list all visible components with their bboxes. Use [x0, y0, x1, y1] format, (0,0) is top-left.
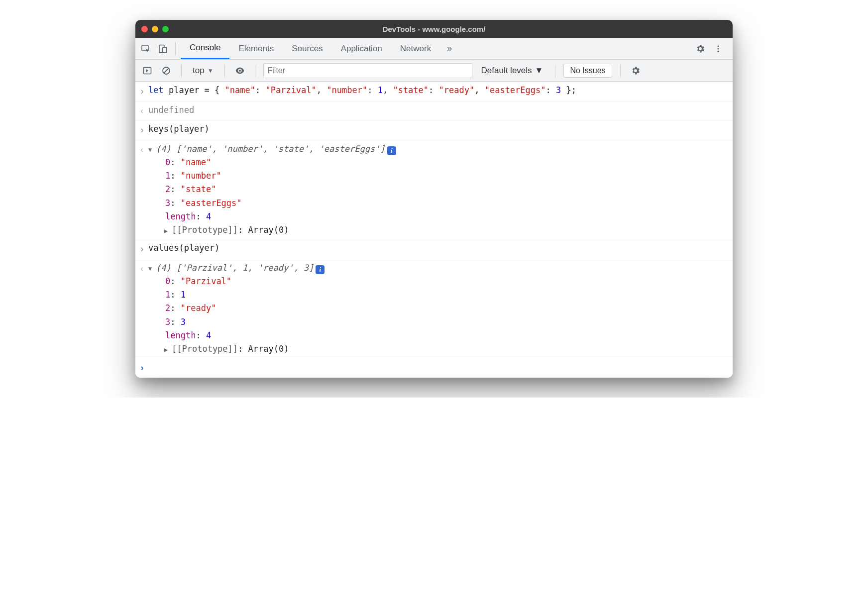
prototype-row[interactable]: ▶[[Prototype]]: Array(0): [148, 223, 728, 237]
output-value: undefined: [148, 103, 728, 117]
console-output-row: ▼(4) ['Parzival', 1, 'ready', 3]i0: "Par…: [135, 259, 733, 358]
code-line[interactable]: values(player): [148, 241, 728, 255]
prompt-marker-icon: [139, 360, 148, 376]
context-label: top: [193, 66, 205, 76]
tab-application[interactable]: Application: [332, 38, 391, 59]
window-title: DevTools - www.google.com/: [135, 25, 733, 33]
console-settings-icon[interactable]: [629, 64, 643, 78]
code-line[interactable]: keys(player): [148, 122, 728, 136]
separator: [620, 64, 621, 77]
output-marker-icon: [139, 261, 148, 276]
console-input-row: let player = { "name": "Parzival", "numb…: [135, 82, 733, 102]
svg-point-6: [718, 50, 719, 52]
array-length: length: 4: [165, 329, 728, 342]
array-item[interactable]: 3: 3: [165, 315, 728, 329]
context-selector[interactable]: top ▼: [190, 65, 217, 77]
console-input-row: keys(player): [135, 120, 733, 140]
array-output: ▼(4) ['Parzival', 1, 'ready', 3]i0: "Par…: [148, 261, 728, 356]
input-marker-icon: [139, 84, 148, 99]
array-output: ▼(4) ['name', 'number', 'state', 'easter…: [148, 142, 728, 237]
settings-icon[interactable]: [693, 41, 708, 56]
prototype-row[interactable]: ▶[[Prototype]]: Array(0): [148, 342, 728, 356]
more-tabs-button[interactable]: »: [442, 43, 457, 54]
separator: [255, 64, 255, 77]
titlebar: DevTools - www.google.com/: [135, 20, 733, 38]
tab-console[interactable]: Console: [181, 38, 229, 59]
tab-sources[interactable]: Sources: [283, 38, 331, 59]
log-levels-selector[interactable]: Default levels ▼: [477, 66, 547, 76]
zoom-button[interactable]: [162, 26, 169, 32]
close-button[interactable]: [141, 26, 148, 32]
disclosure-triangle-icon[interactable]: ▼: [148, 145, 156, 155]
device-toolbar-icon[interactable]: [155, 41, 170, 56]
console-output-row: ▼(4) ['name', 'number', 'state', 'easter…: [135, 140, 733, 239]
input-marker-icon: [139, 241, 148, 257]
info-badge-icon[interactable]: i: [316, 265, 325, 274]
array-item[interactable]: 1: "number": [165, 169, 728, 183]
svg-rect-2: [163, 47, 167, 53]
separator: [224, 64, 225, 77]
info-badge-icon[interactable]: i: [387, 146, 396, 155]
sidebar-toggle-icon[interactable]: [140, 64, 154, 78]
issues-button[interactable]: No Issues: [563, 64, 612, 78]
array-item[interactable]: 1: 1: [165, 288, 728, 302]
console-toolbar: top ▼ Default levels ▼ No Issues: [135, 60, 733, 82]
console-output: let player = { "name": "Parzival", "numb…: [135, 82, 733, 378]
separator: [555, 64, 555, 77]
filter-input[interactable]: [263, 63, 472, 78]
input-marker-icon: [139, 122, 148, 138]
disclosure-triangle-icon[interactable]: ▼: [148, 264, 156, 274]
tab-elements[interactable]: Elements: [229, 38, 283, 59]
console-output-row: undefined: [135, 102, 733, 120]
disclosure-triangle-icon[interactable]: ▶: [164, 226, 172, 236]
array-length: length: 4: [165, 210, 728, 223]
live-expression-icon[interactable]: [233, 64, 247, 78]
array-item[interactable]: 3: "easterEggs": [165, 197, 728, 210]
console-prompt[interactable]: [135, 358, 733, 378]
array-item[interactable]: 0: "name": [165, 156, 728, 169]
array-item[interactable]: 0: "Parzival": [165, 275, 728, 288]
devtools-window: DevTools - www.google.com/ ConsoleElemen…: [135, 20, 733, 378]
clear-console-icon[interactable]: [159, 64, 173, 78]
levels-label: Default levels: [481, 66, 532, 76]
tab-network[interactable]: Network: [391, 38, 440, 59]
minimize-button[interactable]: [152, 26, 158, 32]
kebab-menu-icon[interactable]: [711, 41, 726, 56]
code-line[interactable]: let player = { "name": "Parzival", "numb…: [148, 84, 728, 97]
svg-point-5: [718, 48, 719, 49]
console-input-row: values(player): [135, 239, 733, 259]
inspect-element-icon[interactable]: [138, 41, 153, 56]
panel-tabs: ConsoleElementsSourcesApplicationNetwork…: [135, 38, 733, 60]
output-marker-icon: [139, 103, 148, 118]
separator: [181, 64, 182, 77]
svg-point-4: [718, 45, 719, 47]
dropdown-icon: ▼: [535, 66, 543, 76]
prompt-input[interactable]: [148, 360, 728, 374]
output-marker-icon: [139, 142, 148, 157]
array-item[interactable]: 2: "ready": [165, 302, 728, 315]
traffic-lights: [141, 26, 169, 32]
disclosure-triangle-icon[interactable]: ▶: [164, 345, 172, 355]
separator: [175, 42, 176, 55]
dropdown-icon: ▼: [208, 67, 214, 74]
array-item[interactable]: 2: "state": [165, 183, 728, 196]
